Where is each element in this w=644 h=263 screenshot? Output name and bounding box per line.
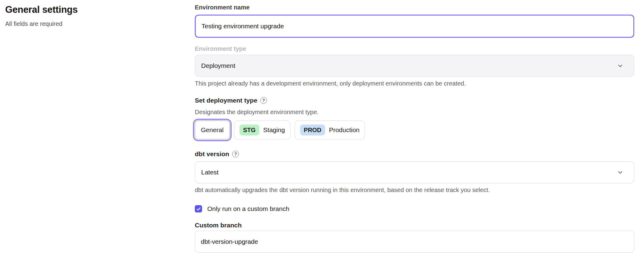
- deployment-type-option-general[interactable]: General: [195, 121, 230, 139]
- general-settings-form: Environment name Environment type Deploy…: [195, 4, 634, 253]
- environment-type-helper: This project already has a development e…: [195, 80, 634, 87]
- dbt-version-select[interactable]: Latest: [195, 161, 634, 183]
- dbt-version-helper: dbt automatically upgrades the dbt versi…: [195, 186, 634, 194]
- environment-name-input[interactable]: [195, 15, 634, 38]
- general-option-label: General: [201, 126, 224, 134]
- deployment-type-option-production[interactable]: PROD Production: [295, 121, 365, 139]
- deployment-type-field: Set deployment type ? Designates the dep…: [195, 97, 634, 139]
- custom-branch-checkbox[interactable]: [195, 205, 202, 212]
- environment-type-value: Deployment: [201, 62, 235, 69]
- production-option-label: Production: [329, 126, 359, 134]
- page-subtitle: All fields are required: [5, 20, 176, 27]
- deployment-type-option-staging[interactable]: STG Staging: [234, 121, 290, 139]
- chevron-down-icon: [617, 169, 624, 176]
- environment-type-select: Deployment: [195, 55, 634, 77]
- deployment-type-helper: Designates the deployment environment ty…: [195, 108, 634, 116]
- help-icon[interactable]: ?: [232, 151, 239, 157]
- environment-name-field: Environment name: [195, 4, 634, 38]
- environment-type-label: Environment type: [195, 45, 634, 52]
- dbt-version-field: dbt version ? Latest dbt automatically u…: [195, 150, 634, 194]
- production-badge: PROD: [300, 124, 325, 135]
- page-title: General settings: [5, 4, 176, 15]
- checkmark-icon: [196, 206, 201, 212]
- dbt-version-label: dbt version: [195, 150, 229, 158]
- deployment-type-label: Set deployment type: [195, 97, 257, 104]
- staging-badge: STG: [240, 124, 259, 135]
- dbt-version-value: Latest: [201, 169, 219, 176]
- help-icon[interactable]: ?: [260, 97, 267, 104]
- custom-branch-label: Custom branch: [195, 222, 634, 229]
- chevron-down-icon: [617, 62, 624, 69]
- custom-branch-checkbox-row: Only run on a custom branch: [195, 205, 634, 212]
- custom-branch-input[interactable]: [195, 231, 634, 253]
- settings-header: General settings All fields are required: [5, 4, 176, 27]
- custom-branch-checkbox-label[interactable]: Only run on a custom branch: [207, 205, 289, 212]
- staging-option-label: Staging: [263, 126, 285, 134]
- deployment-type-options: General STG Staging PROD Production: [195, 121, 634, 139]
- environment-type-field: Environment type Deployment This project…: [195, 45, 634, 87]
- environment-name-label: Environment name: [195, 4, 634, 11]
- custom-branch-field: Custom branch: [195, 222, 634, 253]
